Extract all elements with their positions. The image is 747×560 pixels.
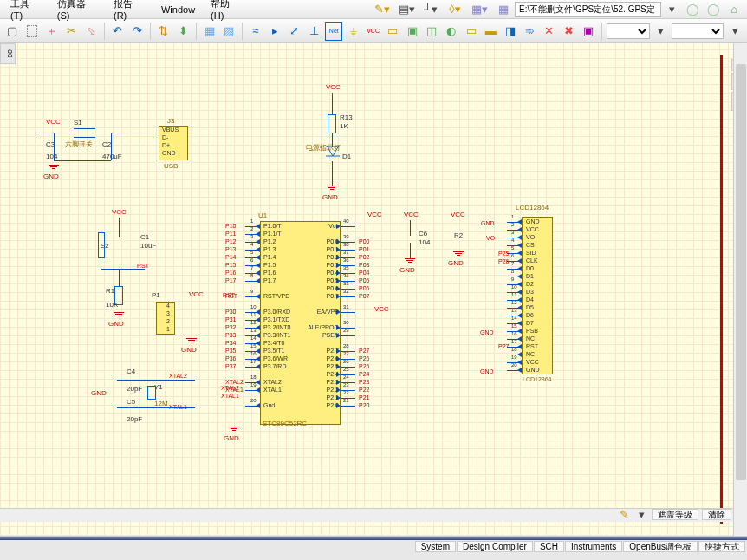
file-path-box[interactable]: E:\不能删文件\GPS定位\52. GPS定 — [515, 2, 661, 17]
place-x-icon[interactable]: ✖ — [561, 22, 578, 41]
scroll-thumb[interactable] — [736, 64, 746, 480]
pin-number: 26 — [343, 359, 349, 364]
nav-fwd-icon[interactable]: ◯ — [704, 0, 723, 19]
directive-icon[interactable]: ➾ — [522, 22, 539, 41]
place-part-icon[interactable]: ▣ — [580, 22, 597, 41]
mask-clear[interactable]: 清除 — [702, 509, 731, 520]
pin-number: 10 — [511, 284, 517, 290]
sheet-conn-icon[interactable]: ◨ — [502, 22, 519, 41]
ref-c4: C4 — [127, 368, 135, 375]
noercs-icon[interactable]: ✕ — [541, 22, 558, 41]
scissors-icon[interactable]: ✂ — [63, 22, 81, 41]
menu-simulator[interactable]: 仿真器(S) — [50, 0, 105, 23]
redo-icon[interactable]: ↷ — [128, 22, 146, 41]
schematic-canvas[interactable]: oc 剪贴板 X概念 ... VCC S1 六脚开关 C3 104 C2 470… — [0, 43, 747, 536]
val-c3: 104 — [46, 153, 57, 160]
pin-number: 13 — [511, 308, 517, 313]
port-icon[interactable]: ▭ — [463, 22, 480, 41]
busentry-icon[interactable]: ⤢ — [286, 22, 303, 41]
rubber-icon[interactable]: ⬂ — [82, 22, 100, 41]
place-component-icon[interactable]: ▤▾ — [397, 0, 416, 19]
net-label: P32 — [225, 324, 236, 330]
menu-help[interactable]: 帮助(H) — [204, 0, 250, 23]
path-dropdown-icon[interactable]: ▾ — [663, 0, 682, 19]
pin-number: 5 — [250, 250, 253, 255]
pin-name: XTAL2 — [263, 379, 282, 385]
ref-c1: C1 — [140, 234, 149, 241]
port2-icon[interactable]: ▬ — [482, 22, 499, 41]
bus-icon[interactable]: ▸ — [267, 22, 284, 41]
pin-name: NC — [526, 351, 535, 357]
pin-name: D2 — [526, 281, 534, 287]
menu-report[interactable]: 报告(R) — [107, 0, 153, 23]
pin-arrow-icon — [256, 239, 260, 244]
tab-instruments[interactable]: Instruments — [565, 541, 622, 552]
vcc-label: VCC — [189, 291, 204, 298]
place-wire-icon[interactable]: ┘▾ — [421, 0, 440, 19]
doc2-icon[interactable]: ▨ — [221, 22, 238, 41]
tab-shortcuts[interactable]: 快捷方式 — [698, 541, 745, 552]
dropdown2-icon[interactable]: ▾ — [726, 22, 744, 41]
net-label: P24 — [359, 371, 369, 377]
pin-name: P3.7/RD — [263, 363, 286, 369]
net-label: P07 — [359, 293, 369, 299]
pin-number: 32 — [343, 289, 349, 294]
menu-window[interactable]: Window — [154, 3, 202, 16]
usb-label: USB — [164, 163, 178, 170]
menu-tools[interactable]: 工具(T) — [3, 0, 49, 23]
place-port-icon[interactable]: ◊▾ — [445, 0, 464, 19]
pin-name: P2.1 — [327, 394, 339, 400]
select-rect-icon[interactable] — [27, 25, 38, 37]
netlabel-icon[interactable]: ⊥ — [306, 22, 323, 41]
schematic-content: VCC S1 六脚开关 C3 104 C2 470uF J3 VBUS D- D… — [0, 43, 747, 536]
pin-arrow-icon — [256, 364, 260, 369]
mask-filter-icon[interactable]: ▾ — [634, 508, 648, 520]
dropdown-icon[interactable]: ▾ — [653, 22, 670, 41]
undo-icon[interactable]: ↶ — [109, 22, 127, 41]
updown-icon[interactable]: ⇅ — [155, 22, 172, 41]
pin-number: 28 — [343, 343, 349, 348]
grid-icon[interactable]: ▦▾ — [470, 0, 489, 19]
wire-icon[interactable]: ≈ — [247, 22, 264, 41]
mask-levels[interactable]: 遮盖等级 — [652, 509, 698, 520]
lcd-label: LCD12864 — [523, 376, 551, 382]
sheet-green-icon[interactable]: ▣ — [404, 22, 421, 41]
vcc-label: VCC — [404, 212, 419, 218]
tab-sch[interactable]: SCH — [534, 541, 564, 552]
vcc-label: VCC — [451, 212, 465, 218]
mask-edit-icon[interactable]: ✎ — [617, 508, 631, 520]
cross-icon[interactable]: ＋ — [43, 22, 61, 41]
doc-icon[interactable]: ▦ — [201, 22, 218, 41]
pin-name: D0 — [526, 265, 534, 271]
pin-name: P2.4 — [327, 371, 339, 377]
nav-back-icon[interactable]: ◯ — [684, 0, 703, 19]
nav-home-icon[interactable]: ⌂ — [724, 0, 744, 19]
pin-name: P3.0/RXD — [263, 309, 290, 315]
vcc-icon[interactable]: VCC — [365, 22, 382, 41]
grid2-icon[interactable]: ▦ — [494, 0, 513, 19]
gnd-icon[interactable]: ⏚ — [345, 22, 362, 41]
harness-icon[interactable]: ◐ — [443, 22, 460, 41]
pin-name: D7 — [526, 320, 534, 326]
pin-name: CS — [526, 242, 535, 248]
draw-icon[interactable]: ✎▾ — [373, 0, 392, 19]
net-label: P12 — [225, 238, 236, 244]
blank-tool-icon[interactable]: ▢ — [3, 22, 21, 41]
tab-system[interactable]: System — [415, 541, 456, 552]
tab-design-compiler[interactable]: Design Compiler — [457, 541, 533, 552]
pin-wire — [341, 296, 355, 297]
pin-arrow-icon — [517, 290, 522, 295]
sheet-entry-icon[interactable]: ◫ — [424, 22, 441, 41]
style-combo-2[interactable] — [672, 23, 724, 39]
tab-openbus[interactable]: OpenBus调色板 — [623, 541, 698, 552]
pin-number: 16 — [250, 351, 257, 356]
pin-name: P3.4/T0 — [263, 340, 285, 346]
pin-number: 17 — [511, 339, 517, 344]
hierarchy-icon[interactable]: ⬍ — [174, 22, 192, 41]
style-combo[interactable] — [607, 23, 650, 39]
netlabel-box-icon[interactable]: Net — [325, 22, 342, 41]
vertical-scrollbar[interactable] — [733, 43, 747, 536]
pin-number: 1 — [511, 214, 514, 219]
pin-name: P1.2 — [263, 238, 276, 244]
part-icon[interactable]: ▭ — [384, 22, 401, 41]
